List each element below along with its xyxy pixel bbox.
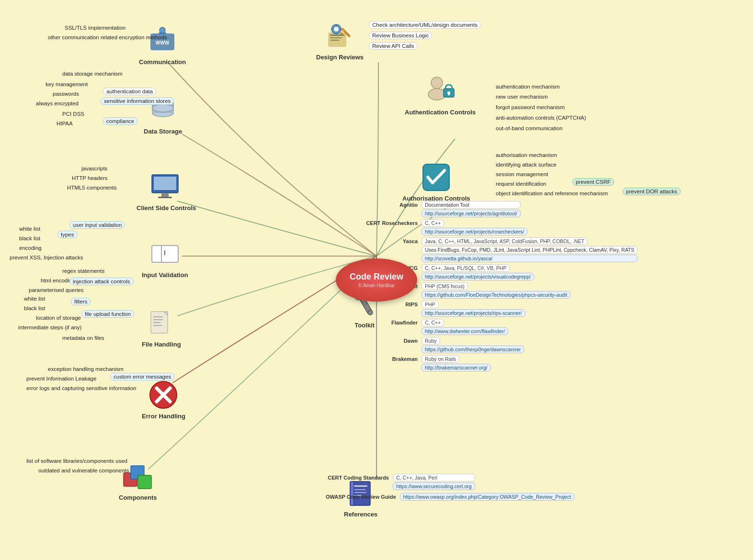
- ac-leaf-3: forgot password mechanism: [496, 104, 565, 110]
- authz-leaf-7: prevent DOR attacks: [623, 188, 681, 195]
- toolkit-rips: RIPS PHP http://sourceforge.net/projects…: [364, 301, 638, 317]
- ds-leaf-9: compliance: [103, 117, 137, 125]
- svg-rect-29: [154, 177, 176, 190]
- phpcs-lang: PHP (CMS focus): [422, 282, 468, 290]
- svg-rect-38: [153, 322, 160, 323]
- svg-rect-39: [153, 325, 162, 326]
- components-icon: [121, 459, 155, 493]
- authz-leaf-2: identifying attack surface: [496, 162, 557, 168]
- ds-leaf-4: authentication data: [103, 88, 156, 95]
- svg-rect-15: [331, 29, 333, 30]
- dawn-name: Dawn: [364, 337, 422, 344]
- comp-leaf-1: list of software libraries/components us…: [26, 458, 127, 464]
- ac-leaf-2: new user mechanism: [496, 94, 548, 100]
- phpcs-url: https://github.com/FloeDesignTechnologie…: [422, 291, 570, 299]
- design-reviews-node: Design Reviews: [316, 19, 364, 61]
- cert-lang: C, C++: [422, 219, 444, 227]
- communication-icon: WWW: [146, 24, 179, 57]
- agnitio-url: http://sourceforge.net/projects/agnitiot…: [422, 210, 521, 217]
- svg-rect-26: [448, 93, 450, 95]
- input-validation-label: Input Validation: [142, 271, 188, 279]
- authorisation-controls-icon: [420, 160, 453, 194]
- svg-text:I: I: [164, 249, 166, 257]
- error-handling-node: Error Handling: [142, 378, 185, 420]
- dr-leaf-2: Review Business Logic: [369, 32, 432, 39]
- cs-leaf-3: HTML5 components: [67, 185, 117, 190]
- ref-owasp: OWASP Code Review Guide https://www.owas…: [326, 493, 574, 501]
- ref-owasp-name: OWASP Code Review Guide: [326, 493, 400, 500]
- fh-leaf-1: white list: [24, 296, 45, 302]
- toolkit-cert: CERT Rosecheckers C, C++ http://sourcefo…: [364, 219, 638, 235]
- iv-leaf-1: white list: [19, 226, 40, 232]
- vcg-url: http://sourceforge.net/projects/visualco…: [422, 273, 534, 280]
- eh-leaf-4: error logs and capturing sensitive infor…: [26, 385, 136, 391]
- svg-point-1: [160, 27, 165, 33]
- ds-leaf-3: passwords: [53, 91, 79, 97]
- flawfinder-lang: C, C++: [422, 319, 444, 326]
- fh-leaf-6: intermediate steps (if any): [18, 325, 81, 330]
- svg-point-22: [431, 77, 443, 89]
- auth-controls-icon: [423, 74, 457, 108]
- client-side-icon: [149, 170, 183, 203]
- authorisation-controls-node: Authorisation Controls: [402, 160, 470, 202]
- ref-owasp-url: https://www.owasp.org/index.php/Category…: [400, 493, 574, 501]
- auth-controls-label: Authentication Controls: [405, 109, 476, 116]
- error-handling-icon: [147, 378, 181, 412]
- rips-lang: PHP: [422, 301, 439, 308]
- iv-leaf-7: regex statements: [62, 268, 104, 274]
- ds-leaf-7: PCI DSS: [62, 111, 84, 117]
- fh-leaf-4: file upload function: [81, 310, 134, 318]
- flawfinder-url: http://www.dwheeler.com/flawfinder/: [422, 327, 508, 335]
- design-reviews-label: Design Reviews: [316, 54, 364, 61]
- iv-leaf-3: types: [57, 231, 78, 238]
- comm-leaf-2: other communication related encryption m…: [48, 34, 167, 40]
- iv-leaf-9: parameterised queries: [29, 287, 83, 293]
- iv-leaf-6: prevent XSS, Injection attacks: [10, 255, 83, 260]
- eh-leaf-2: prevent Information Leakage: [26, 376, 96, 381]
- client-side-label: Client Side Controls: [137, 204, 196, 212]
- error-handling-label: Error Handling: [142, 413, 185, 420]
- brakeman-name: Brakeman: [364, 355, 422, 362]
- svg-rect-36: [153, 316, 163, 317]
- svg-rect-16: [339, 29, 341, 30]
- references-label: References: [344, 511, 377, 518]
- authz-leaf-6: object identification and reference mech…: [496, 190, 608, 196]
- agnitio-name: Agnitio: [364, 201, 422, 208]
- dr-leaf-1: Check architecture/UML/design documents: [369, 21, 481, 29]
- authz-leaf-1: authorisation mechanism: [496, 152, 557, 158]
- ds-leaf-2: key management: [46, 81, 88, 87]
- vcg-lang: C, C++, Java, PL/SQL, C#, VB, PHP: [422, 264, 510, 272]
- toolkit-dawn: Dawn Ruby https://github.com/thesp0nge/d…: [364, 337, 638, 353]
- svg-rect-37: [153, 319, 163, 320]
- authz-leaf-5: prevent CSRF: [572, 178, 614, 186]
- ref-cert-url: https://www.securecoding.cert.org: [393, 482, 475, 490]
- brakeman-lang: Ruby on Rails: [422, 355, 459, 363]
- ac-leaf-1: authentication mechanism: [496, 84, 560, 90]
- communication-label: Communication: [139, 58, 186, 66]
- dawn-lang: Ruby: [422, 337, 440, 345]
- svg-rect-14: [336, 32, 337, 34]
- yasca-desc: Uses FindBugs, FxCop, PMD, JLint, JavaSc…: [422, 246, 638, 254]
- ref-cert-lang: C, C++, Java, Perl: [393, 474, 475, 482]
- references-section: CERT Coding Standards C, C++, Java, Perl…: [326, 474, 574, 504]
- authz-leaf-3: session management: [496, 171, 548, 177]
- brakeman-url: http://brakemanscanner.org/: [422, 364, 491, 371]
- cs-leaf-1: javascripts: [81, 166, 107, 171]
- comp-leaf-2: outdated and vulnerable components: [38, 468, 129, 473]
- dr-leaf-3: Review API Calls: [369, 42, 418, 50]
- fh-leaf-2: black list: [24, 305, 45, 311]
- ac-leaf-5: out-of-band communication: [496, 125, 562, 131]
- svg-point-23: [428, 89, 445, 100]
- input-validation-icon: I: [148, 237, 182, 270]
- communication-node: WWW Communication: [139, 24, 186, 66]
- svg-rect-2: [159, 33, 166, 34]
- data-storage-label: Data Storage: [144, 128, 182, 135]
- toolkit-brakeman: Brakeman Ruby on Rails http://brakemansc…: [364, 355, 638, 371]
- yasca-name: Yasca: [364, 237, 422, 244]
- ref-cert: CERT Coding Standards C, C++, Java, Perl…: [326, 474, 574, 490]
- svg-rect-6: [330, 37, 342, 38]
- svg-rect-30: [161, 193, 169, 197]
- comm-leaf-1: SSL/TLS implementation: [65, 25, 126, 31]
- flawfinder-name: Flawfinder: [364, 319, 422, 325]
- cert-name: CERT Rosecheckers: [364, 219, 422, 226]
